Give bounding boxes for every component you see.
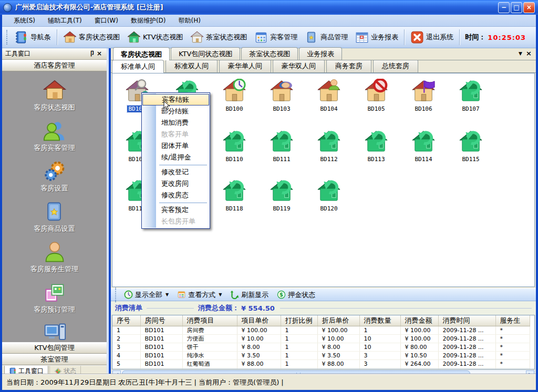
room-type-tab-1[interactable]: 标准双人间 bbox=[165, 59, 218, 72]
column-header-2[interactable]: 消费项目 bbox=[182, 315, 237, 326]
column-header-4[interactable]: 打折比例 bbox=[281, 315, 317, 326]
room-BD118[interactable]: BD118 bbox=[212, 178, 257, 212]
room-BD106[interactable]: BD106 bbox=[401, 79, 446, 112]
toolbar-button-7[interactable]: 退出系统 bbox=[407, 29, 457, 46]
dropdown-arrow-icon[interactable]: ▼ bbox=[219, 292, 222, 297]
document-tab-1[interactable]: KTV包间状态视图 bbox=[171, 47, 240, 60]
room-BD113[interactable]: BD113 bbox=[354, 129, 399, 163]
consumption-list-title: 消费清单 bbox=[115, 303, 142, 313]
menu-item-0[interactable]: 系统(S) bbox=[7, 15, 42, 26]
action-button-2[interactable]: 刷新显示 bbox=[226, 290, 273, 300]
menu-item-3[interactable]: 数据维护(D) bbox=[125, 15, 172, 26]
toolbar-button-2[interactable]: KTV状态视图 bbox=[123, 29, 187, 46]
status-bar: 当前日期：2009年11月29日星期日 农历己丑[牛]年十月十三 | 当前用户：… bbox=[2, 374, 536, 390]
house-red-icon bbox=[63, 30, 77, 44]
room-BD107[interactable]: BD107 bbox=[448, 79, 493, 112]
table-row[interactable]: 3BD101饼干¥ 8.001¥ 8.0010¥ 80.002009-11-28… bbox=[112, 343, 530, 351]
maximize-button[interactable]: □ bbox=[511, 2, 522, 13]
context-menu-item-1[interactable]: 部分结账 bbox=[142, 105, 209, 117]
document-tab-2[interactable]: 茶室状态视图 bbox=[241, 47, 298, 60]
table-row[interactable]: 4BD101纯净水¥ 3.501¥ 3.503¥ 10.502009-11-28… bbox=[112, 351, 530, 359]
sidebar-item-0[interactable]: 客房状态视图 bbox=[34, 79, 75, 112]
room-BD119[interactable]: BD119 bbox=[259, 178, 304, 212]
tab-list-dropdown-icon[interactable]: ▼ bbox=[519, 51, 522, 56]
refresh-icon bbox=[230, 290, 239, 299]
sidebar-item-5[interactable]: 客房预订管理 bbox=[34, 281, 75, 314]
toolbar-grip[interactable] bbox=[6, 30, 9, 45]
action-button-3[interactable]: $押金状态 bbox=[273, 290, 319, 300]
column-header-9[interactable]: 服务生 bbox=[495, 315, 530, 326]
context-menu-item-7[interactable]: 修改登记 bbox=[142, 166, 209, 178]
context-menu-item-5[interactable]: 续/退押金 bbox=[142, 152, 209, 163]
sidebar-item-2[interactable]: 客房设置 bbox=[41, 160, 68, 193]
sidebar-item-6[interactable]: 客房其他款项登记 bbox=[27, 321, 82, 342]
tab-close-icon[interactable]: × bbox=[526, 49, 532, 57]
goods-box-icon bbox=[305, 30, 318, 44]
main-area: 客房状态视图KTV包间状态视图茶室状态视图业务报表▼ × 标准单人间标准双人间豪… bbox=[111, 48, 536, 374]
room-BD105[interactable]: BD105 bbox=[354, 79, 399, 112]
room-BD100[interactable]: BD100 bbox=[212, 79, 257, 112]
menu-item-2[interactable]: 窗口(W) bbox=[88, 15, 125, 26]
close-button[interactable]: × bbox=[523, 2, 535, 13]
action-button-0[interactable]: 显示全部▼ bbox=[120, 290, 173, 300]
context-menu-item-0[interactable]: 宾客结账 bbox=[142, 94, 209, 105]
card-grid-icon bbox=[254, 30, 268, 44]
room-BD120[interactable]: BD120 bbox=[306, 178, 351, 212]
document-tab-0[interactable]: 客房状态视图 bbox=[113, 47, 170, 60]
column-header-5[interactable]: 折后单价 bbox=[317, 315, 359, 326]
room-BD104[interactable]: BD104 bbox=[306, 79, 351, 112]
toolbar-button-0[interactable]: 导航条 bbox=[11, 29, 55, 46]
actionbar-grip[interactable] bbox=[115, 288, 118, 302]
column-header-3[interactable]: 项目单价 bbox=[237, 315, 281, 326]
title-bar[interactable]: 广州爱启迪技术有限公司-酒店管理系统 [已注册] − □ × bbox=[0, 0, 538, 15]
room-BD115[interactable]: BD115 bbox=[448, 129, 493, 163]
menu-item-4[interactable]: 帮助(H) bbox=[172, 15, 207, 26]
room-status-icon-vacant bbox=[222, 178, 246, 204]
room-type-tab-5[interactable]: 总统套房 bbox=[373, 59, 418, 72]
dropdown-arrow-icon[interactable]: ▼ bbox=[165, 292, 169, 297]
column-header-7[interactable]: 消费金额 bbox=[400, 315, 438, 326]
room-type-tab-3[interactable]: 豪华双人间 bbox=[273, 59, 325, 72]
room-type-tab-4[interactable]: 商务套房 bbox=[326, 59, 371, 72]
sidebar-item-3[interactable]: 客房商品设置 bbox=[34, 200, 75, 234]
column-header-0[interactable]: 序号 bbox=[112, 315, 140, 326]
context-menu-item-8[interactable]: 更改房间 bbox=[142, 178, 209, 189]
toolbar-button-1[interactable]: 客房状态视图 bbox=[59, 29, 123, 46]
room-status-icon-vacant bbox=[459, 79, 483, 104]
room-BD112[interactable]: BD112 bbox=[306, 129, 351, 163]
column-header-1[interactable]: 房间号 bbox=[140, 315, 182, 326]
column-header-8[interactable]: 消费时间 bbox=[438, 315, 495, 326]
sidebar-group-hotel-rooms[interactable]: 酒店客房管理 bbox=[2, 60, 107, 71]
sidebar-item-4[interactable]: 客房服务生管理 bbox=[30, 240, 78, 274]
toolbar-button-6[interactable]: 业务报表 bbox=[351, 29, 402, 46]
sidebar-group-0[interactable]: KTV包间管理 bbox=[2, 342, 107, 354]
booking-cards-icon bbox=[43, 281, 66, 304]
toolbar-button-5[interactable]: 商品管理 bbox=[301, 29, 351, 46]
context-menu-item-9[interactable]: 修改房态 bbox=[142, 189, 209, 201]
room-action-bar: 显示全部▼查看方式▼刷新显示$押金状态 bbox=[111, 288, 536, 301]
table-row[interactable]: 1BD101房间费¥ 100.001¥ 100.001¥ 100.002009-… bbox=[112, 326, 530, 334]
panel-close-icon[interactable]: × bbox=[95, 50, 104, 58]
context-menu-item-2[interactable]: 增加消费 bbox=[142, 117, 209, 129]
room-BD114[interactable]: BD114 bbox=[401, 129, 446, 163]
room-BD111[interactable]: BD111 bbox=[259, 129, 304, 163]
minimize-button[interactable]: − bbox=[498, 2, 510, 13]
context-menu-item-11[interactable]: 宾客预定 bbox=[142, 204, 209, 216]
column-header-6[interactable]: 消费数量 bbox=[359, 315, 400, 326]
table-row[interactable]: 2BD101方便面¥ 10.001¥ 10.0010¥ 100.002009-1… bbox=[112, 334, 530, 343]
toolbar-button-4[interactable]: 宾客管理 bbox=[251, 29, 301, 46]
context-menu-item-3: 散客开单 bbox=[142, 129, 209, 140]
context-menu-item-4[interactable]: 团体开单 bbox=[142, 140, 209, 152]
menu-item-1[interactable]: 辅助工具(T) bbox=[42, 15, 88, 26]
pin-icon[interactable]: 卩 bbox=[87, 50, 95, 58]
action-button-1[interactable]: 查看方式▼ bbox=[173, 290, 226, 300]
room-BD110[interactable]: BD110 bbox=[212, 129, 257, 163]
room-type-tab-2[interactable]: 豪华单人间 bbox=[219, 59, 271, 72]
toolbar-button-3[interactable]: 茶室状态视图 bbox=[187, 29, 251, 46]
sidebar-group-1[interactable]: 茶室管理 bbox=[2, 354, 107, 365]
room-BD103[interactable]: BD103 bbox=[259, 79, 304, 112]
sidebar-item-1[interactable]: 客房宾客管理 bbox=[34, 119, 75, 153]
table-row[interactable]: 5BD101红葡萄酒¥ 88.001¥ 88.003¥ 264.002009-1… bbox=[112, 359, 530, 368]
document-tab-3[interactable]: 业务报表 bbox=[299, 47, 342, 60]
room-type-tab-0[interactable]: 标准单人间 bbox=[112, 60, 164, 73]
